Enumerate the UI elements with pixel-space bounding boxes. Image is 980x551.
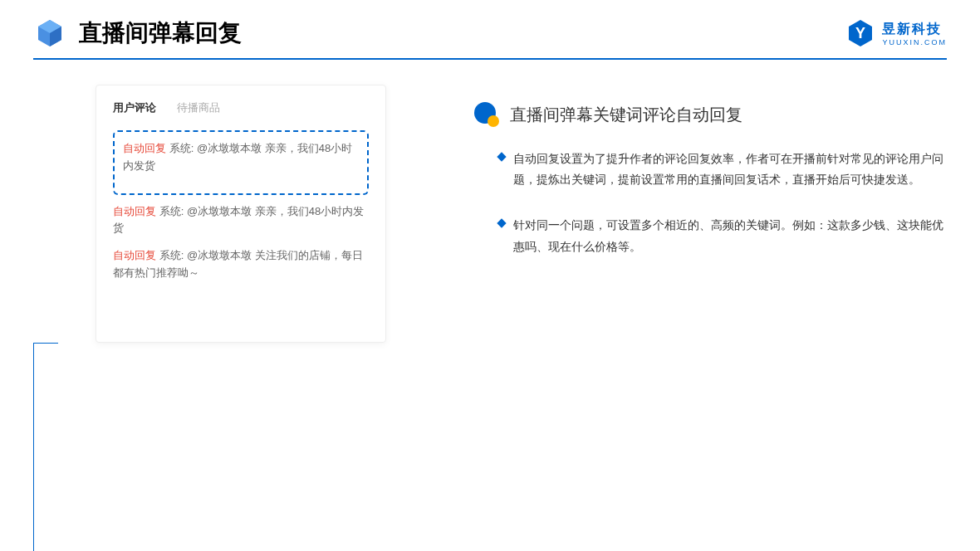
auto-reply-tag: 自动回复 — [113, 249, 156, 261]
logo-icon: Y — [845, 18, 875, 48]
header-left: 直播间弹幕回复 — [33, 17, 242, 50]
section-title: 直播间弹幕关键词评论自动回复 — [473, 101, 947, 128]
bullet-item: 自动回复设置为了提升作者的评论回复效率，作者可在开播前针对常见的评论用户问题，提… — [498, 149, 947, 190]
system-label: 系统: — [159, 205, 184, 217]
comments-card: 用户评论 待播商品 自动回复 系统: @冰墩墩本墩 亲亲，我们48小时内发货 自… — [96, 85, 386, 343]
tab-products[interactable]: 待播商品 — [177, 100, 220, 115]
system-label: 系统: — [159, 249, 184, 261]
svg-point-2 — [488, 115, 499, 127]
left-column: 用户评论 待播商品 自动回复 系统: @冰墩墩本墩 亲亲，我们48小时内发货 自… — [33, 85, 432, 551]
bullet-text: 自动回复设置为了提升作者的评论回复效率，作者可在开播前针对常见的评论用户问题，提… — [513, 149, 947, 190]
auto-reply-tag: 自动回复 — [113, 205, 156, 217]
comment-row: 自动回复 系统: @冰墩墩本墩 亲亲，我们48小时内发货 — [113, 203, 369, 238]
svg-text:Y: Y — [855, 25, 865, 41]
cube-icon — [33, 17, 66, 50]
header-divider — [33, 58, 947, 60]
connector-line — [33, 343, 58, 344]
tabs: 用户评论 待播商品 — [113, 100, 369, 115]
logo: Y 昱新科技 YUUXIN.COM — [845, 18, 947, 48]
diamond-icon — [497, 152, 506, 161]
bullet-item: 针对同一个问题，可设置多个相近的、高频的关键词。例如：这款多少钱、这块能优惠吗、… — [498, 215, 947, 256]
highlighted-comment: 自动回复 系统: @冰墩墩本墩 亲亲，我们48小时内发货 — [113, 130, 369, 195]
right-column: 直播间弹幕关键词评论自动回复 自动回复设置为了提升作者的评论回复效率，作者可在开… — [473, 85, 947, 551]
diamond-icon — [497, 219, 506, 228]
chat-bubble-icon — [473, 101, 500, 128]
page-title: 直播间弹幕回复 — [79, 17, 242, 49]
bullet-text: 针对同一个问题，可设置多个相近的、高频的关键词。例如：这款多少钱、这块能优惠吗、… — [513, 215, 947, 256]
comment-row: 自动回复 系统: @冰墩墩本墩 关注我们的店铺，每日都有热门推荐呦～ — [113, 247, 369, 282]
system-label: 系统: — [169, 142, 194, 154]
header: 直播间弹幕回复 Y 昱新科技 YUUXIN.COM — [0, 0, 980, 58]
bullet-list: 自动回复设置为了提升作者的评论回复效率，作者可在开播前针对常见的评论用户问题，提… — [473, 149, 947, 257]
tab-comments[interactable]: 用户评论 — [113, 100, 156, 115]
connector-line — [33, 344, 34, 551]
logo-text-cn: 昱新科技 — [882, 21, 947, 38]
auto-reply-tag: 自动回复 — [123, 142, 166, 154]
section-heading: 直播间弹幕关键词评论自动回复 — [510, 104, 742, 126]
logo-text-en: YUUXIN.COM — [882, 38, 947, 46]
